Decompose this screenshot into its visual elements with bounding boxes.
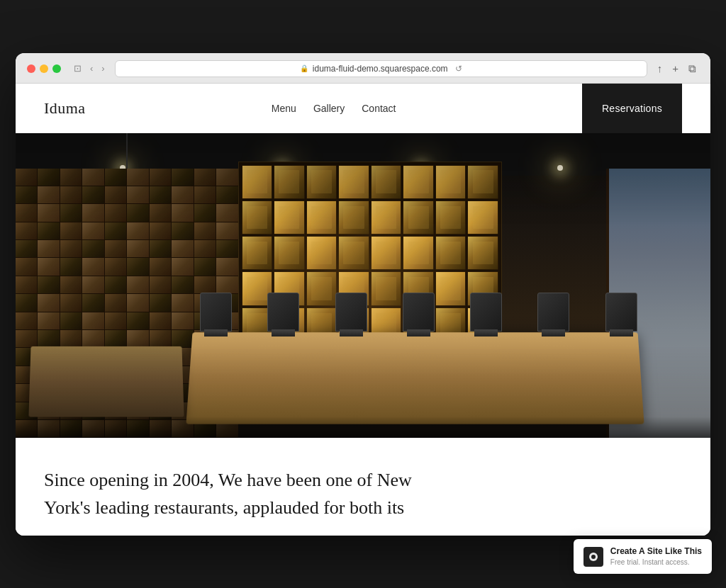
ss-badge-title: Create A Site Like This [610, 546, 702, 558]
wall-block [194, 222, 216, 239]
wall-block [150, 240, 171, 257]
wall-block [82, 276, 104, 293]
wall-block [105, 186, 126, 203]
chair-5 [470, 293, 502, 332]
intro-line-1: Since opening in 2004, We have been one … [44, 470, 412, 490]
wall-block [60, 330, 82, 347]
wall-block [172, 222, 193, 239]
wall-block [82, 240, 104, 257]
ceiling-light-4 [557, 165, 563, 171]
wall-block [172, 330, 193, 347]
wall-block [16, 276, 37, 293]
site-nav: Menu Gallery Contact [272, 103, 396, 114]
wall-block [60, 240, 82, 257]
wall-block [82, 169, 104, 186]
ss-badge-text: Create A Site Like This Free trial. Inst… [610, 546, 702, 567]
wall-block [172, 276, 193, 293]
wall-block [38, 222, 59, 239]
wall-block [105, 222, 126, 239]
wall-block [38, 258, 59, 275]
wall-block [60, 258, 82, 275]
wall-block [150, 294, 171, 311]
chair-4 [403, 293, 435, 332]
wall-block [216, 169, 238, 186]
wall-block [82, 204, 104, 221]
wall-block [105, 240, 126, 257]
back-button[interactable]: ‹ [87, 62, 96, 74]
wall-block [127, 186, 148, 203]
url-text: iduma-fluid-demo.squarespace.com [313, 64, 448, 74]
chair-1 [200, 293, 232, 332]
wall-block [38, 204, 59, 221]
wall-block [38, 169, 59, 186]
reservations-button[interactable]: Reservations [582, 84, 682, 133]
intro-line-2: York's leading restaurants, applauded fo… [44, 497, 404, 518]
wall-block [150, 186, 171, 203]
window-icon[interactable]: ⊡ [71, 62, 84, 74]
wall-block [38, 312, 59, 329]
wall-block [16, 258, 37, 275]
lock-icon: 🔒 [300, 64, 308, 72]
wall-block [38, 276, 59, 293]
wall-block [105, 294, 126, 311]
new-tab-button[interactable]: + [669, 61, 681, 76]
chair-7 [605, 293, 637, 332]
forward-button[interactable]: › [99, 62, 107, 74]
refresh-icon[interactable]: ↺ [455, 64, 462, 74]
wall-block [38, 240, 59, 257]
restaurant-scene: // Generate blocks document.addEventList… [16, 133, 710, 438]
wall-block [82, 186, 104, 203]
svg-point-1 [591, 555, 596, 559]
wall-block [127, 294, 148, 311]
wall-block [60, 312, 82, 329]
wall-block [60, 186, 82, 203]
chair-6 [537, 293, 569, 332]
nav-gallery[interactable]: Gallery [313, 103, 345, 114]
wall-block [150, 276, 171, 293]
wall-block [82, 330, 104, 347]
wall-block [105, 330, 126, 347]
wall-block [150, 258, 171, 275]
wall-block [16, 169, 37, 186]
wall-block [38, 330, 59, 347]
squarespace-badge[interactable]: Create A Site Like This Free trial. Inst… [574, 539, 712, 574]
wall-block [82, 294, 104, 311]
wall-block [127, 330, 148, 347]
wall-block [172, 258, 193, 275]
browser-controls: ⊡ ‹ › [71, 62, 108, 74]
wall-block [194, 276, 216, 293]
chair-2 [267, 293, 299, 332]
wall-block [60, 222, 82, 239]
body-text-section: Since opening in 2004, We have been one … [16, 438, 710, 536]
hero-image: // Generate blocks document.addEventList… [16, 133, 710, 438]
wall-block [194, 240, 216, 257]
intro-text: Since opening in 2004, We have been one … [44, 466, 540, 521]
wall-block [105, 258, 126, 275]
wall-block [16, 222, 37, 239]
wall-block [194, 258, 216, 275]
share-button[interactable]: ↑ [654, 61, 666, 76]
site-logo[interactable]: Iduma [44, 99, 85, 118]
left-dining-table [28, 346, 184, 417]
nav-contact[interactable]: Contact [362, 103, 396, 114]
wall-block [194, 169, 216, 186]
main-dining-table [186, 332, 644, 424]
nav-menu[interactable]: Menu [272, 103, 296, 114]
browser-window: ⊡ ‹ › 🔒 iduma-fluid-demo.squarespace.com… [16, 53, 710, 536]
browser-actions: ↑ + ⧉ [654, 61, 699, 77]
wall-block [127, 222, 148, 239]
minimize-button[interactable] [40, 64, 48, 73]
ss-badge-subtitle: Free trial. Instant access. [610, 558, 702, 567]
wall-block [60, 204, 82, 221]
wall-block [16, 204, 37, 221]
wall-block [172, 169, 193, 186]
close-button[interactable] [27, 64, 35, 73]
address-bar[interactable]: 🔒 iduma-fluid-demo.squarespace.com ↺ [115, 60, 647, 77]
wall-block [150, 330, 171, 347]
wall-block [16, 312, 37, 329]
wall-block [127, 204, 148, 221]
duplicate-button[interactable]: ⧉ [686, 61, 699, 77]
maximize-button[interactable] [52, 64, 61, 73]
wall-block [172, 186, 193, 203]
wall-block [16, 240, 37, 257]
